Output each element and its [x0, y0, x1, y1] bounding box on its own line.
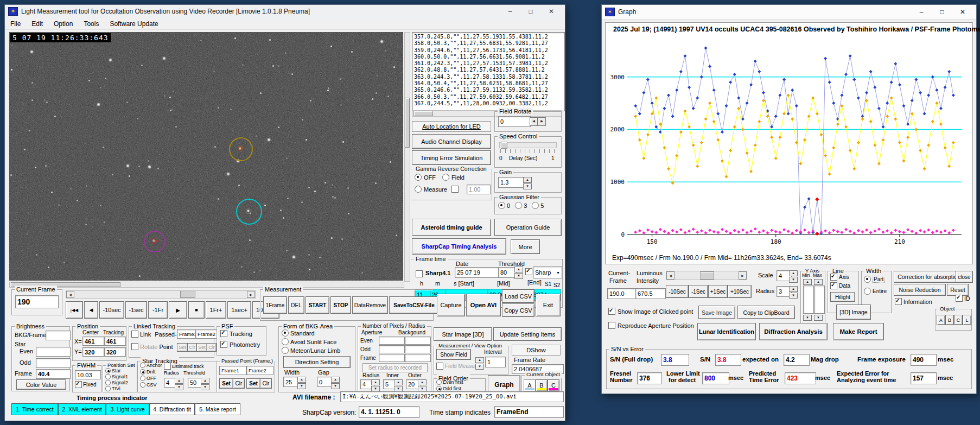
track-drift-radio[interactable] [140, 369, 145, 375]
lower-limit-field[interactable]: 800 [702, 372, 729, 384]
minus-10sec-graph-button[interactable]: -10Sec [666, 285, 689, 298]
id-checkbox[interactable] [956, 295, 963, 302]
plus-1frame-button[interactable]: 1Fr+ [206, 301, 226, 319]
passed-frame1-field[interactable]: Frame1 [219, 366, 246, 375]
track-off-radio[interactable] [140, 376, 145, 381]
gamma-measure-radio[interactable] [415, 186, 422, 193]
even-first-radio[interactable] [436, 379, 442, 385]
graph-object-l-button[interactable]: L [963, 315, 971, 325]
aperture-frame-field[interactable] [379, 354, 405, 362]
speed-slider[interactable] [499, 142, 557, 148]
make-report-button[interactable]: Make Report [833, 323, 884, 340]
one-frame-button[interactable]: 1Frame [263, 296, 287, 314]
avi-filename-field[interactable]: I:¥A-えんぺい観測¥観測記録2025¥2025-07-19¥20_25_00… [340, 391, 564, 402]
y-tracking-field[interactable]: 320 [104, 347, 126, 357]
show-image-clicked-checkbox[interactable] [608, 308, 615, 315]
field-rotate-right-arrow[interactable] [538, 117, 546, 126]
minus-1sec-graph-button[interactable]: -1Sec [689, 285, 708, 298]
posset-tivi-radio[interactable] [105, 386, 111, 391]
start-button[interactable]: START [306, 296, 329, 314]
width-entire-radio[interactable] [864, 288, 871, 295]
width-part-radio[interactable] [864, 276, 871, 283]
dshow-button[interactable]: DShow [512, 345, 561, 356]
yaxis-min-up[interactable] [803, 279, 812, 285]
light-curve-plot[interactable]: 0100020003000150180210 [608, 36, 970, 249]
frame-brightness-field[interactable]: 40.4 [36, 369, 71, 379]
hilight-button[interactable]: Hilight [830, 292, 855, 302]
radius-spinner[interactable] [371, 379, 380, 392]
exit-button[interactable]: Exit [536, 294, 561, 316]
information-checkbox[interactable] [895, 298, 902, 305]
line-data-checkbox[interactable] [830, 282, 837, 289]
diffraction-analysis-button[interactable]: Diffraction Analysis [759, 323, 828, 340]
close-graph-button[interactable]: close [956, 271, 973, 283]
y-center-field[interactable]: 320 [82, 347, 104, 357]
yaxis-min-down[interactable] [803, 315, 812, 321]
timing-error-simulation-button[interactable]: Timing Error Simulation [412, 150, 491, 165]
capture-button[interactable]: Capture [437, 294, 465, 316]
maximize-icon[interactable] [520, 5, 541, 18]
gamma-value-field[interactable]: 1.00 [467, 185, 491, 194]
del-button[interactable]: DEL [288, 296, 304, 314]
object-a-button[interactable]: A [524, 379, 536, 391]
yaxis-max-track[interactable] [814, 286, 825, 314]
bkg-gap-spinner[interactable] [331, 377, 340, 389]
rotate-checkbox[interactable] [131, 343, 138, 350]
save-to-csv-button[interactable]: SaveToCSV-File [389, 296, 439, 314]
x-center-field[interactable]: 461 [82, 337, 104, 346]
gamma-checkbox[interactable] [451, 186, 459, 193]
video-vertical-scrollbar[interactable] [404, 32, 410, 282]
odd-first-radio[interactable] [436, 386, 442, 391]
menu-file[interactable]: File [5, 19, 26, 29]
background-even-field[interactable] [405, 337, 431, 345]
bkg-sunlit-radio[interactable] [282, 338, 289, 345]
direction-setting-button[interactable]: Direction Setting [283, 356, 351, 368]
graph-minimize-icon[interactable] [911, 6, 932, 18]
threshold-spinner[interactable] [514, 267, 523, 279]
plus-1sec-button[interactable]: 1sec+ [227, 301, 251, 319]
minus-10sec-button[interactable]: -10sec [99, 301, 124, 319]
menu-tools[interactable]: Tools [78, 19, 104, 29]
video-frame[interactable]: 5 07 19 11:26:33:643 [9, 32, 403, 281]
fwhm-fixed-checkbox[interactable] [75, 381, 82, 388]
sharpcap-version-field[interactable]: 4. 1. 11251. 0 [359, 406, 419, 418]
yaxis-max-down[interactable] [814, 315, 823, 321]
yaxis-min-track[interactable] [803, 286, 814, 314]
gain-spinner[interactable] [523, 177, 532, 189]
linked-set1-button[interactable]: Set [177, 343, 188, 352]
graph-current-frame-field[interactable]: 190.0 [607, 288, 637, 299]
interval-spinner[interactable] [475, 357, 484, 370]
minus-1frame-button[interactable]: -1Fr [148, 301, 168, 319]
track-radius-spinner[interactable] [175, 378, 183, 390]
field-measure-checkbox[interactable] [436, 363, 443, 370]
x-tracking-field[interactable]: 461 [104, 337, 126, 346]
date-field[interactable]: 25 07 19 [455, 267, 499, 278]
expected-error-field[interactable]: 157 [911, 372, 937, 384]
sn-full-drop-field[interactable]: 3.8 [661, 354, 689, 366]
gaussian-0-radio[interactable] [498, 202, 505, 209]
video-horizontal-scrollbar[interactable] [9, 282, 404, 288]
operation-guide-button[interactable]: Operation Guide [494, 219, 562, 236]
play-button[interactable]: ▶ [169, 301, 187, 319]
step-back-button[interactable]: ◀ [84, 301, 98, 319]
interval-field[interactable]: 1 [485, 357, 506, 367]
bkg-standard-radio[interactable] [282, 329, 289, 337]
open-avi-button[interactable]: Open AVI [466, 294, 501, 316]
stop-button[interactable]: STOP [330, 296, 351, 314]
posset-star-radio[interactable] [105, 368, 111, 373]
reproduce-aperture-checkbox[interactable] [608, 322, 615, 329]
bkg-width-spinner[interactable] [297, 377, 306, 389]
yaxis-max-up[interactable] [814, 279, 823, 285]
noise-reduction-button[interactable]: Noise Reduction [894, 284, 946, 296]
passed-set1-button[interactable]: Set [219, 378, 233, 389]
data-remove-button[interactable]: DataRemove [352, 296, 388, 314]
graph-frame-slider[interactable] [666, 271, 747, 280]
sharpcap-timing-analysis-button[interactable]: SharpCap Timing Analysis [412, 238, 506, 255]
more-button[interactable]: More [511, 239, 540, 254]
linked-clr1-button[interactable]: Clr [187, 343, 197, 352]
link-checkbox[interactable] [131, 331, 138, 338]
gamma-off-radio[interactable] [415, 174, 422, 181]
graph-maximize-icon[interactable] [932, 6, 952, 18]
measurement-data-list[interactable]: 357.0,245.8,"",11,27,55.1931,55.4381,11,… [412, 32, 565, 111]
outer-spinner[interactable] [418, 379, 427, 392]
